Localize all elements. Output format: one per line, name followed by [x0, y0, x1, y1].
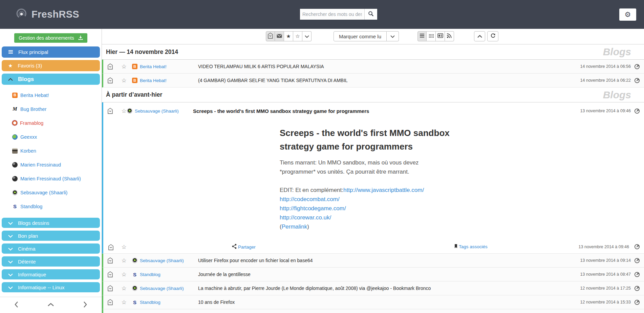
- filter-favorite-button[interactable]: ★: [284, 31, 293, 41]
- favorite-star-icon[interactable]: ☆: [121, 243, 127, 250]
- mark-read-envelope-icon[interactable]: [107, 271, 113, 277]
- article-title[interactable]: Journée de la gentillesse: [198, 272, 580, 277]
- feed-name[interactable]: Sebsauvage (Shaarli): [135, 109, 193, 114]
- sidebar-category-informatique[interactable]: Informatique: [2, 269, 100, 279]
- manage-subscriptions-button[interactable]: Gestion des abonnements: [14, 33, 87, 43]
- mark-as-read-dropdown-button[interactable]: [387, 31, 399, 41]
- favorite-star-icon[interactable]: ☆: [121, 299, 127, 306]
- sidebar-item-main-stream[interactable]: Flux principal: [2, 46, 100, 58]
- avatar-favicon: [12, 148, 18, 154]
- article-link[interactable]: http://fightcodegame.com/: [280, 205, 346, 212]
- external-link-icon[interactable]: [634, 272, 640, 277]
- gear-icon: ⚙: [625, 11, 631, 19]
- article-row[interactable]: ☆ Sebsauvage (Shaarli) La machine à abru…: [102, 281, 644, 295]
- view-list-button[interactable]: [417, 31, 427, 41]
- search-input[interactable]: [300, 9, 364, 20]
- share-link[interactable]: Partager: [232, 244, 256, 250]
- sidebar-item-favorites[interactable]: ★ Favoris (3): [2, 60, 100, 71]
- article-row[interactable]: [102, 309, 644, 313]
- view-rss-button[interactable]: [445, 31, 454, 41]
- external-link-icon[interactable]: [634, 244, 640, 250]
- sidebar-category-cinema[interactable]: Cinéma: [2, 243, 100, 254]
- feed-name[interactable]: Sebsauvage (Shaarli): [140, 286, 198, 291]
- view-global-button[interactable]: [427, 31, 436, 41]
- article-title[interactable]: VIDEO TERLAMPAU MILIK 6 ARTIS POPULAR MA…: [198, 64, 580, 69]
- filter-dropdown-button[interactable]: [302, 31, 312, 41]
- sidebar-feed-item[interactable]: Sebsauvage (Shaarli): [0, 185, 102, 199]
- sidebar-feed-item[interactable]: Marien Fressinaud: [0, 158, 102, 172]
- scroll-top-arrow-button[interactable]: [46, 300, 56, 310]
- scroll-top-button[interactable]: [474, 31, 485, 41]
- search-button[interactable]: [364, 9, 377, 20]
- article-link[interactable]: http://codecombat.com/: [280, 196, 340, 202]
- external-link-icon[interactable]: [634, 286, 640, 291]
- mark-read-envelope-icon[interactable]: [108, 244, 114, 250]
- mark-read-envelope-icon[interactable]: [107, 257, 113, 263]
- sidebar-feed-item[interactable]: Berita Hebat!: [0, 88, 102, 102]
- sidebar-feed-item[interactable]: Bug Brother: [0, 102, 102, 116]
- tags-link[interactable]: Tags associés: [454, 244, 488, 250]
- settings-button[interactable]: ⚙: [619, 8, 636, 21]
- freshrss-app: FreshRSS ⚙ Gestion des abonnements: [0, 0, 644, 313]
- external-link-icon[interactable]: [634, 78, 640, 83]
- favorite-star-icon[interactable]: ☆: [121, 107, 127, 114]
- mark-as-read-button[interactable]: Marquer comme lu: [334, 31, 387, 41]
- sidebar-category-blogs-dessins[interactable]: Blogs dessins: [2, 218, 100, 228]
- favorite-star-icon[interactable]: ☆: [121, 271, 127, 278]
- favorite-star-icon[interactable]: ☆: [121, 77, 127, 84]
- view-reader-button[interactable]: [436, 31, 445, 41]
- article-date: 14 novembre 2014 à 06:56: [580, 64, 631, 69]
- mark-read-envelope-icon[interactable]: [107, 77, 113, 83]
- mark-read-envelope-icon[interactable]: [107, 108, 113, 114]
- filter-unread-button[interactable]: [266, 31, 275, 41]
- mark-read-envelope-icon[interactable]: [107, 299, 113, 305]
- feed-name[interactable]: Berita Hebat!: [140, 78, 198, 83]
- article-link[interactable]: http://corewar.co.uk/: [280, 214, 331, 221]
- sidebar-feed-item[interactable]: Marien Fressinaud (Shaarli): [0, 172, 102, 185]
- favorite-star-icon[interactable]: ☆: [121, 285, 127, 292]
- sidebar-category-informatique-linux[interactable]: Informatique -- Linux: [2, 282, 100, 292]
- favorite-star-icon[interactable]: ☆: [121, 63, 127, 70]
- article-row-expanded[interactable]: ☆ Sebsauvage (Shaarli) Screeps - the wor…: [103, 102, 644, 119]
- article-row[interactable]: ☆ Standblog 10 ans de Firefox 12 novembr…: [102, 295, 644, 309]
- permalink-link[interactable]: Permalink: [282, 223, 307, 230]
- mark-read-envelope-icon[interactable]: [107, 63, 113, 70]
- article-title[interactable]: La machine à abrutir, par Pierre Jourde …: [198, 286, 580, 291]
- article-date: 14 novembre 2014 à 06:22: [580, 78, 631, 83]
- sidebar-category-bon-plan[interactable]: Bon plan: [2, 231, 100, 241]
- article-title[interactable]: (4 GAMBAR) GAMBAR SELFIE YANG TIDAK SEPA…: [198, 78, 580, 83]
- filter-read-button[interactable]: [275, 31, 284, 41]
- article-row[interactable]: ☆ Berita Hebat! (4 GAMBAR) GAMBAR SELFIE…: [102, 74, 644, 87]
- article-row[interactable]: ☆ Sebsauvage (Shaarli) Utiliser Firefox …: [102, 254, 644, 268]
- sidebar-category-detente[interactable]: Détente: [2, 256, 100, 267]
- next-arrow-button[interactable]: [81, 299, 89, 311]
- sidebar-feed-item[interactable]: Korben: [0, 144, 102, 158]
- app-logo[interactable]: FreshRSS: [16, 7, 79, 21]
- sidebar-feed-item[interactable]: Standblog: [0, 199, 102, 213]
- favorite-star-icon[interactable]: ☆: [121, 257, 127, 264]
- refresh-button[interactable]: [487, 31, 498, 41]
- external-link-icon[interactable]: [634, 258, 640, 263]
- sidebar-category-blogs[interactable]: Blogs: [2, 74, 100, 85]
- sidebar-feed-item[interactable]: Geexxx: [0, 130, 102, 144]
- article-title[interactable]: Screeps - the world's first MMO sandbox …: [193, 108, 580, 114]
- permalink-line: (Permalink): [280, 222, 644, 231]
- article-title[interactable]: 10 ans de Firefox: [198, 299, 580, 305]
- sidebar-feed-item[interactable]: Framablog: [0, 116, 102, 130]
- feed-name[interactable]: Berita Hebat!: [140, 64, 198, 69]
- external-link-icon[interactable]: [634, 299, 640, 305]
- chevron-down-icon: [8, 272, 13, 277]
- article-title[interactable]: Utiliser Firefox pour encoder un fichier…: [198, 258, 580, 263]
- article-edit-line: EDIT: Et en complément:http://www.javasc…: [280, 185, 644, 195]
- article-link[interactable]: http://www.javascriptbattle.com/: [343, 187, 424, 193]
- mark-read-envelope-icon[interactable]: [107, 285, 113, 291]
- filter-not-favorite-button[interactable]: ☆: [293, 31, 302, 41]
- feed-name[interactable]: Standblog: [140, 300, 198, 305]
- external-link-icon[interactable]: [634, 64, 640, 70]
- external-link-icon[interactable]: [634, 108, 640, 114]
- previous-arrow-button[interactable]: [13, 299, 20, 311]
- article-row[interactable]: ☆ Standblog Journée de la gentillesse 13…: [102, 268, 644, 281]
- article-row[interactable]: ☆ Berita Hebat! VIDEO TERLAMPAU MILIK 6 …: [102, 60, 644, 74]
- feed-name[interactable]: Standblog: [140, 272, 198, 277]
- feed-name[interactable]: Sebsauvage (Shaarli): [140, 258, 198, 263]
